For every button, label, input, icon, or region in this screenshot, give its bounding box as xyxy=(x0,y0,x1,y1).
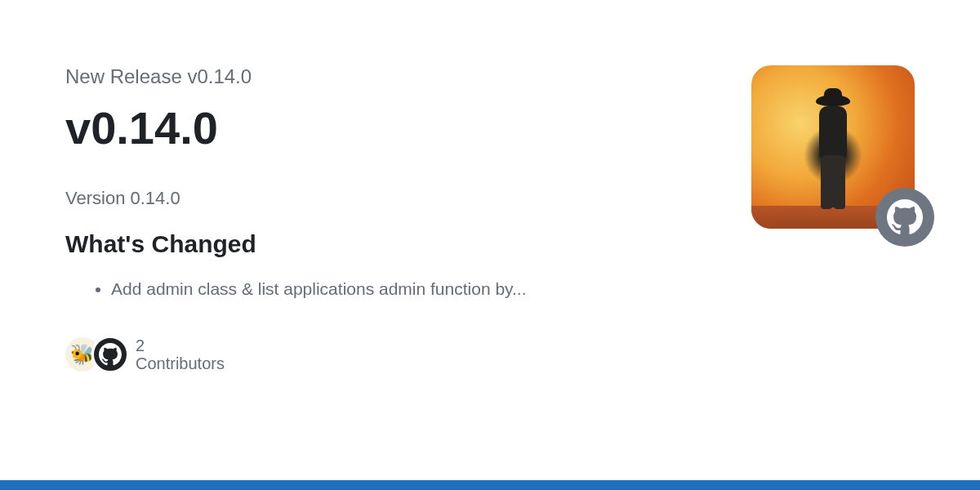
contributors-count: 2 xyxy=(136,336,225,354)
change-item: Add admin class & list applications admi… xyxy=(111,276,702,302)
contributors-label: Contributors xyxy=(136,354,225,372)
version-line: Version 0.14.0 xyxy=(65,188,702,209)
release-title: v0.14.0 xyxy=(65,103,702,154)
changes-list: Add admin class & list applications admi… xyxy=(111,276,702,302)
whats-changed-heading: What's Changed xyxy=(65,230,702,258)
contributors-row: 🐝 2 Contributors xyxy=(65,336,702,373)
accent-bar xyxy=(0,480,980,490)
release-main: New Release v0.14.0 v0.14.0 Version 0.14… xyxy=(65,65,702,373)
pre-title: New Release v0.14.0 xyxy=(65,65,702,88)
contributors-text: 2 Contributors xyxy=(136,336,225,372)
github-icon xyxy=(99,343,122,366)
contributor-avatar-2 xyxy=(91,336,129,373)
github-icon xyxy=(887,199,923,235)
contributor-avatars: 🐝 xyxy=(65,336,121,373)
release-hero xyxy=(751,65,915,229)
github-badge xyxy=(875,188,934,247)
